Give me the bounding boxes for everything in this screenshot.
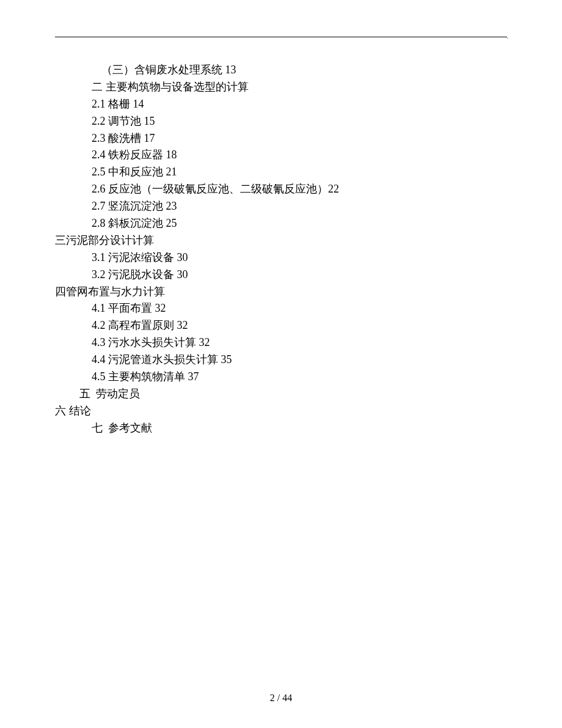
toc-line: 2.6 反应池（一级破氰反应池、二级破氰反应池）22 [55,181,507,198]
toc-line: 2.1 格栅 14 [55,96,507,113]
toc-line: 4.2 高程布置原则 32 [55,317,507,334]
toc-line: 2.2 调节池 15 [55,113,507,130]
toc-line: 四管网布置与水力计算 [55,284,507,301]
toc-line: （三）含铜废水处理系统 13 [55,62,507,79]
page-footer: 2 / 44 [0,693,562,704]
page-number: 2 / 44 [270,693,292,703]
toc-line: 3.2 污泥脱水设备 30 [55,267,507,284]
toc-line: 2.3 酸洗槽 17 [55,130,507,147]
document-page: . （三）含铜废水处理系统 13二 主要构筑物与设备选型的计算2.1 格栅 14… [0,0,562,728]
toc-line: 六 结论 [55,403,507,420]
header-rule: . [55,37,507,37]
toc-line: 3.1 污泥浓缩设备 30 [55,249,507,267]
toc-line: 2.5 中和反应池 21 [55,164,507,181]
toc-line: 七 参考文献 [55,420,507,437]
toc-line: 4.3 污水水头损失计算 32 [55,334,507,351]
toc-line: 2.4 铁粉反应器 18 [55,147,507,164]
toc-line: 4.5 主要构筑物清单 37 [55,369,507,386]
toc-line: 五 劳动定员 [55,386,507,403]
toc-line: 2.7 竖流沉淀池 23 [55,198,507,215]
toc-content: （三）含铜废水处理系统 13二 主要构筑物与设备选型的计算2.1 格栅 142.… [55,62,507,437]
toc-line: 4.4 污泥管道水头损失计算 35 [55,351,507,369]
toc-line: 三污泥部分设计计算 [55,232,507,249]
header-dot-icon: . [507,33,509,40]
toc-line: 二 主要构筑物与设备选型的计算 [55,79,507,96]
toc-line: 2.8 斜板沉淀池 25 [55,215,507,232]
toc-line: 4.1 平面布置 32 [55,300,507,317]
